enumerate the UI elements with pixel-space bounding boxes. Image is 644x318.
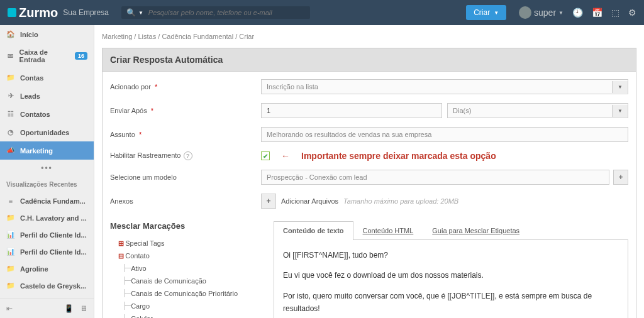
tab-html-content[interactable]: Conteúdo HTML xyxy=(353,221,423,239)
model-select[interactable]: Prospecção - Conexão com lead xyxy=(261,170,609,185)
gear-icon[interactable]: ⚙ xyxy=(628,8,636,18)
sidebar-item-marketing[interactable]: 📣Marketing xyxy=(0,141,94,160)
create-label: Criar xyxy=(474,8,490,17)
attach-button-label[interactable]: Adicionar Arquivos xyxy=(281,197,338,205)
brand-text: Zurmo xyxy=(19,6,58,20)
home-icon: 🏠 xyxy=(6,30,15,38)
recent-item[interactable]: 📊Perfil do Cliente Id... xyxy=(0,226,94,243)
tree-leaf[interactable]: ├─Ativo xyxy=(110,262,261,275)
editor-line: Eu vi que você fez o download de um dos … xyxy=(283,269,619,282)
sidebar-item-label: Leads xyxy=(20,92,40,100)
recent-item[interactable]: 📁Agroline xyxy=(0,260,94,277)
add-model-button[interactable]: + xyxy=(613,170,628,185)
sidebar-more[interactable]: ••• xyxy=(0,160,94,176)
recent-label: Cadência Fundam... xyxy=(20,197,86,205)
avatar xyxy=(519,6,531,19)
breadcrumb-link[interactable]: Cadência Fundamental xyxy=(162,33,233,40)
calendar-icon[interactable]: 📅 xyxy=(592,8,602,18)
tree-leaf[interactable]: ├─Canais de Comunicação Prioritário xyxy=(110,287,261,300)
send-after-field[interactable] xyxy=(267,107,436,114)
recent-label: Castelo de Greysk... xyxy=(20,282,86,290)
search-input[interactable] xyxy=(148,9,305,16)
recent-label: Perfil do Cliente Id... xyxy=(20,231,87,239)
caret-down-icon: ▼ xyxy=(612,105,628,117)
send-after-unit-select[interactable]: Dia(s)▼ xyxy=(447,103,628,118)
tree-expand-icon[interactable]: ⊞ xyxy=(118,237,124,249)
search-container[interactable]: 🔍 ▼ xyxy=(121,6,310,19)
subject-input[interactable]: Melhorando os resultados de vendas na su… xyxy=(261,127,628,142)
folder-icon: 📁 xyxy=(6,265,15,273)
folder-icon: 📁 xyxy=(6,74,15,82)
chart-icon: 📊 xyxy=(6,231,15,239)
mail-icon: ✉ xyxy=(6,52,14,60)
mobile-icon[interactable]: 📱 xyxy=(64,304,74,313)
sidebar-footer: ⇤ 📱 🖥 xyxy=(0,299,94,318)
list-icon: ≡ xyxy=(6,197,15,205)
recent-item[interactable]: ≡Cadência Fundam... xyxy=(0,193,94,209)
tree-leaf[interactable]: ├─Cargo xyxy=(110,300,261,312)
folder-icon: 📁 xyxy=(6,282,15,290)
tree-leaf[interactable]: ├─Canais de Comunicação xyxy=(110,275,261,287)
breadcrumb: Marketing / Listas / Cadência Fundamenta… xyxy=(102,25,636,48)
select-value: Dia(s) xyxy=(453,107,471,114)
create-button[interactable]: Criar▼ xyxy=(466,5,506,20)
sidebar-item-leads[interactable]: ✈Leads xyxy=(0,87,94,105)
triggered-by-label: Acionado por * xyxy=(110,83,261,90)
triggered-by-select[interactable]: Inscrição na lista▼ xyxy=(261,79,628,94)
tree-collapse-icon[interactable]: ⊟ xyxy=(118,249,124,262)
user-menu[interactable]: super▼ xyxy=(519,6,564,19)
page-title: Criar Resposta Automática xyxy=(102,48,636,72)
recent-item[interactable]: 📁Castelo de Greysk... xyxy=(0,277,94,294)
sidebar-item-label: Marketing xyxy=(20,147,53,155)
help-icon[interactable]: ? xyxy=(184,151,192,160)
tree-node-contact[interactable]: ⊟Contato xyxy=(110,249,261,262)
recent-item[interactable]: 📊Perfil do Cliente Id... xyxy=(0,243,94,260)
recent-label: Agroline xyxy=(20,265,48,273)
breadcrumb-link[interactable]: Listas xyxy=(138,33,156,40)
sidebar-item-label: Contatos xyxy=(20,111,50,118)
content: Marketing / Listas / Cadência Fundamenta… xyxy=(94,25,644,318)
recent-item[interactable]: 📁C.H. Lavatory and ... xyxy=(0,209,94,226)
add-attachment-button[interactable]: + xyxy=(261,194,276,209)
annotation-text: Importante sempre deixar marcada esta op… xyxy=(301,151,496,161)
sidebar-item-label: Caixa de Entrada xyxy=(19,48,70,63)
logo[interactable]: Zurmo xyxy=(8,6,58,20)
sidebar-item-opportunities[interactable]: ◔Oportunidades xyxy=(0,123,94,141)
exit-icon[interactable]: ⇤ xyxy=(6,304,13,313)
inbox-badge: 16 xyxy=(75,52,87,60)
leads-icon: ✈ xyxy=(6,92,15,100)
cube-icon[interactable]: ⬚ xyxy=(611,8,619,18)
tree-node-special[interactable]: ⊞Special Tags xyxy=(110,237,261,249)
sidebar-item-inbox[interactable]: ✉Caixa de Entrada16 xyxy=(0,43,94,69)
attach-label: Anexos xyxy=(110,197,261,205)
editor-line: Oi [[FIRST^NAME]], tudo bem? xyxy=(283,249,619,261)
logo-icon xyxy=(8,8,16,17)
editor-textarea[interactable]: Oi [[FIRST^NAME]], tudo bem? Eu vi que v… xyxy=(274,240,628,318)
send-after-label: Enviar Após * xyxy=(110,107,261,114)
marketing-icon: 📣 xyxy=(6,146,15,155)
sidebar-item-contacts[interactable]: ☷Contatos xyxy=(0,105,94,123)
company-name: Sua Empresa xyxy=(63,8,109,17)
tree-leaf[interactable]: ├─Celular xyxy=(110,312,261,318)
sidebar-item-accounts[interactable]: 📁Contas xyxy=(0,69,94,87)
search-dropdown-caret[interactable]: ▼ xyxy=(138,10,143,16)
breadcrumb-link[interactable]: Marketing xyxy=(102,33,132,40)
subject-value: Melhorando os resultados de vendas na su… xyxy=(267,131,431,138)
clock-icon[interactable]: 🕘 xyxy=(572,8,583,18)
search-icon: 🔍 xyxy=(126,8,136,17)
recent-header: Visualizações Recentes xyxy=(0,176,94,193)
breadcrumb-current: Criar xyxy=(239,33,254,40)
user-name: super xyxy=(534,8,556,18)
desktop-icon[interactable]: 🖥 xyxy=(80,304,87,313)
tab-merge-guide[interactable]: Guia para Mesclar Etiquetas xyxy=(423,221,529,239)
recent-label: Perfil do Cliente Id... xyxy=(20,248,87,256)
topbar: Zurmo Sua Empresa 🔍 ▼ Criar▼ super▼ 🕘 📅 … xyxy=(0,0,644,25)
tracking-checkbox[interactable]: ✔ xyxy=(261,151,270,160)
caret-down-icon: ▼ xyxy=(612,81,628,93)
arrow-annotation-icon: ← xyxy=(281,151,290,161)
sidebar-item-home[interactable]: 🏠Início xyxy=(0,25,94,43)
select-value: Prospecção - Conexão com lead xyxy=(267,173,367,181)
editor-tabs: Conteúdo de texto Conteúdo HTML Guia par… xyxy=(274,221,628,240)
send-after-input[interactable] xyxy=(261,103,442,118)
tab-text-content[interactable]: Conteúdo de texto xyxy=(274,221,353,240)
